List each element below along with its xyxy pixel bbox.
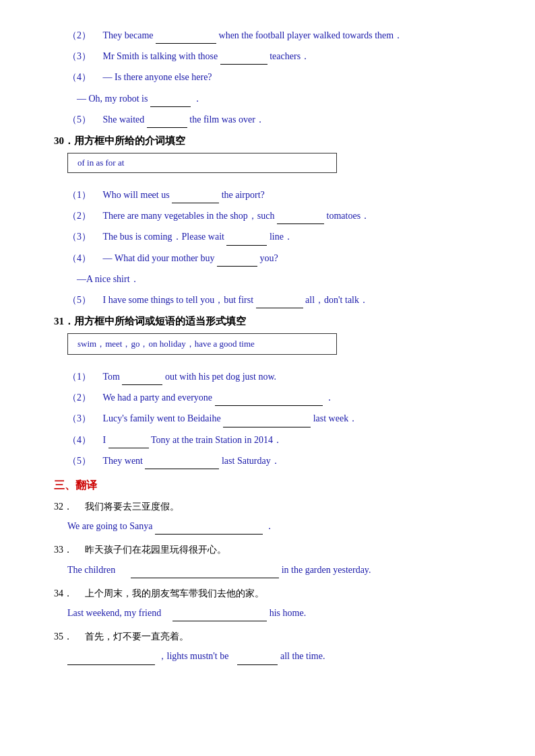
q32-block: 32． 我们将要去三亚度假。 We are going to Sanya ．	[54, 498, 495, 535]
q31-word-box: swim，meet，go，on holiday，have a good time	[67, 333, 337, 355]
q30-item2-text-after: tomatoes．	[327, 211, 371, 221]
q30-item1-blank[interactable]	[172, 193, 219, 203]
q31-item1-num: （1）	[67, 372, 91, 382]
q31-item-5: （5） They went last Saturday．	[67, 452, 495, 469]
q29-item3-text-before: Mr Smith is talking with those	[94, 51, 218, 61]
q30-item-5: （5） I have some things to tell you，but f…	[67, 291, 495, 308]
q31-item4-num: （4）	[67, 435, 91, 445]
q32-blank[interactable]	[155, 524, 263, 535]
q33-en: The children in the garden yesterday.	[67, 561, 495, 578]
q31-header: 31．用方框中所给词或短语的适当形式填空	[54, 315, 495, 328]
q35-en-after: all the time.	[280, 651, 325, 661]
q31-item1-text-before: Tom	[94, 372, 120, 382]
q31-item2-text-after: ．	[325, 392, 334, 403]
q35-cn: 35． 首先，灯不要一直亮着。	[54, 628, 495, 645]
q30-item-4b: —A nice shirt．	[67, 271, 495, 287]
q32-en-before: We are going to Sanya	[67, 521, 152, 531]
q30-item1-num: （1）	[67, 190, 91, 200]
q29-item4b-blank[interactable]	[150, 96, 191, 107]
q31-item-2: （2） We had a party and everyone ．	[67, 389, 495, 406]
q29-item-2: （2） They became when the football player…	[67, 27, 495, 44]
q30-item3-text-after: line．	[270, 232, 293, 242]
q31-item3-text-after: last week．	[313, 413, 358, 423]
q33-block: 33． 昨天孩子们在花园里玩得很开心。 The children in the …	[54, 541, 495, 578]
q29-item5-num: （5）	[67, 114, 91, 125]
question-31-block: 31．用方框中所给词或短语的适当形式填空 swim，meet，go，on hol…	[54, 315, 495, 469]
q35-block: 35． 首先，灯不要一直亮着。 ，lights mustn't be all t…	[54, 628, 495, 664]
q30-word-box: of in as for at	[67, 153, 337, 173]
q33-cn: 33． 昨天孩子们在花园里玩得很开心。	[54, 541, 495, 558]
q31-item3-text-before: Lucy's family went to Beidaihe	[94, 413, 221, 423]
q29-item4a-text: — Is there anyone else here?	[94, 72, 212, 82]
q30-item4a-text-before: — What did your mother buy	[94, 253, 215, 263]
q34-num: 34．	[54, 588, 73, 598]
q31-item2-text-before: We had a party and everyone	[94, 392, 213, 403]
q35-num: 35．	[54, 631, 73, 642]
q31-item3-num: （3）	[67, 413, 91, 423]
q34-en-after: his home.	[270, 608, 306, 618]
q31-item5-text-after: last Saturday．	[222, 456, 280, 466]
q29-item2-num: （2）	[67, 30, 91, 40]
q30-item5-blank[interactable]	[256, 298, 303, 308]
q29-item2-text-before: They became	[94, 30, 154, 40]
q29-item2-text-after: when the football player walked towards …	[219, 30, 404, 40]
q31-item5-text-before: They went	[94, 456, 143, 466]
q29-item-3: （3） Mr Smith is talking with those teach…	[67, 48, 495, 65]
q30-item2-text-before: There are many vegetables in the shop，su…	[94, 211, 275, 221]
q34-en-before: Last weekend, my friend	[67, 608, 161, 618]
q29-item-4a: （4） — Is there anyone else here?	[67, 69, 495, 85]
q29-item3-text-after: teachers．	[270, 51, 310, 61]
q30-item4a-num: （4）	[67, 253, 91, 263]
q31-item2-blank[interactable]	[215, 395, 323, 406]
q35-en: ，lights mustn't be all the time.	[67, 648, 495, 664]
q31-item-1: （1） Tom out with his pet dog just now.	[67, 368, 495, 385]
q31-item4-text-after: Tony at the train Station in 2014．	[151, 435, 282, 445]
q29-item-5: （5） She waited the film was over．	[67, 111, 495, 128]
q31-item3-blank[interactable]	[223, 417, 311, 427]
section-3-block: 三、翻译 32． 我们将要去三亚度假。 We are going to Sany…	[54, 479, 495, 665]
q34-block: 34． 上个周末，我的朋友驾车带我们去他的家。 Last weekend, my…	[54, 585, 495, 621]
q35-cn-text: 首先，灯不要一直亮着。	[75, 631, 189, 642]
q33-blank[interactable]	[131, 568, 279, 578]
q35-blank1[interactable]	[67, 654, 155, 665]
q31-item4-text-before: I	[94, 435, 106, 445]
q31-item1-blank[interactable]	[122, 374, 162, 385]
q30-item5-num: （5）	[67, 295, 91, 305]
q31-item2-num: （2）	[67, 392, 91, 403]
q34-en: Last weekend, my friend his home.	[67, 605, 495, 621]
q30-item4a-blank[interactable]	[217, 256, 257, 267]
q30-item3-blank[interactable]	[226, 235, 267, 246]
q35-en-mid: ，lights mustn't be	[158, 651, 229, 661]
q29-item5-text-after: the film was over．	[189, 114, 265, 125]
q29-item-4b: — Oh, my robot is ．	[67, 90, 495, 107]
q29-item5-blank[interactable]	[147, 117, 187, 128]
q30-header: 30．用方框中所给的介词填空	[54, 135, 495, 147]
q29-item4b-text-before: — Oh, my robot is	[67, 94, 148, 104]
q31-item1-text-after: out with his pet dog just now.	[165, 372, 276, 382]
q34-blank[interactable]	[172, 611, 267, 621]
q29-item4a-num: （4）	[67, 72, 91, 82]
q30-item-1: （1） Who will meet us the airport?	[67, 186, 495, 203]
q30-item4a-text-after: you?	[260, 253, 278, 263]
q31-item5-blank[interactable]	[145, 458, 219, 469]
q30-item5-text-before: I have some things to tell you，but first	[94, 295, 254, 305]
q33-cn-text: 昨天孩子们在花园里玩得很开心。	[75, 545, 226, 555]
q29-item4b-text-after: ．	[193, 94, 202, 104]
q31-item-4: （4） I Tony at the train Station in 2014．	[67, 432, 495, 448]
question-30-block: 30．用方框中所给的介词填空 of in as for at （1） Who w…	[54, 135, 495, 308]
q30-item2-blank[interactable]	[277, 213, 324, 224]
q29-item2-blank[interactable]	[156, 33, 216, 44]
q30-item3-num: （3）	[67, 232, 91, 242]
q31-item4-blank[interactable]	[108, 438, 149, 448]
q29-item5-text-before: She waited	[94, 114, 145, 125]
q33-en-after: in the garden yesterday.	[282, 565, 371, 575]
q30-item-4a: （4） — What did your mother buy you?	[67, 250, 495, 267]
q30-item2-num: （2）	[67, 211, 91, 221]
q32-cn-text: 我们将要去三亚度假。	[75, 502, 179, 512]
q30-item1-text-before: Who will meet us	[94, 190, 170, 200]
q35-blank2[interactable]	[237, 654, 278, 665]
q31-item-3: （3） Lucy's family went to Beidaihe last …	[67, 410, 495, 427]
q29-item3-blank[interactable]	[220, 54, 268, 65]
question-29-block: （2） They became when the football player…	[54, 27, 495, 128]
q30-item4b-text: —A nice shirt．	[67, 274, 139, 284]
